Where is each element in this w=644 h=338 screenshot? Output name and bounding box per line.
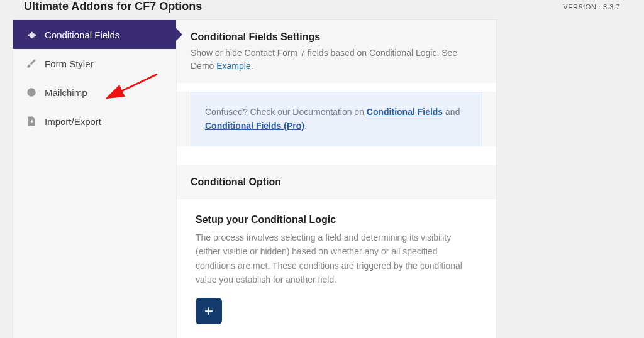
setup-title: Setup your Conditional Logic [196,214,477,226]
version-label: VERSION : 3.3.7 [563,3,620,11]
sidebar-item-conditional-fields[interactable]: Conditional Fields [13,20,176,49]
setup-description: The process involves selecting a field a… [196,231,472,287]
settings-header: Conditional Fields Settings Show or hide… [177,20,496,83]
setup-area: Setup your Conditional Logic The process… [177,199,496,338]
note-prefix: Confused? Check our Documentation on [205,107,367,117]
content-area: Conditional Fields Settings Show or hide… [177,20,496,338]
sidebar: Conditional Fields Form Styler Mailchimp [13,20,177,338]
sidebar-item-form-styler[interactable]: Form Styler [13,49,176,78]
main-panel: Conditional Fields Form Styler Mailchimp [13,19,497,338]
page-title: Ultimate Addons for CF7 Options [24,0,202,13]
sidebar-item-label: Import/Export [45,116,101,127]
add-condition-button[interactable]: + [196,298,222,324]
sidebar-item-label: Conditional Fields [45,30,119,40]
dot: . [304,121,307,131]
spacer [177,146,496,165]
mailchimp-icon [26,87,37,98]
example-link[interactable]: Example [216,61,250,71]
dot: . [251,61,253,71]
svg-point-0 [27,88,36,97]
documentation-note: Confused? Check our Documentation on Con… [191,92,482,146]
puzzle-icon [26,29,37,40]
brush-icon [26,58,37,69]
import-export-icon [26,116,37,127]
doc-link-conditional-fields[interactable]: Conditional Fields [367,107,443,117]
sidebar-item-import-export[interactable]: Import/Export [13,107,176,136]
spacer [177,83,496,92]
doc-link-conditional-fields-pro[interactable]: Conditional Fields (Pro) [205,121,304,131]
sidebar-item-label: Mailchimp [45,87,87,98]
settings-title: Conditional Fields Settings [191,31,482,43]
sidebar-item-mailchimp[interactable]: Mailchimp [13,78,176,107]
sidebar-item-label: Form Styler [45,58,94,69]
option-heading: Conditional Option [177,165,496,199]
note-and: and [445,107,460,117]
settings-description: Show or hide Contact Form 7 fields based… [191,46,482,73]
